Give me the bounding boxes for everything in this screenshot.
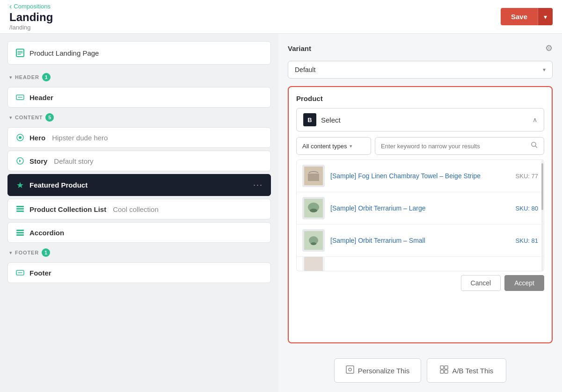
story-name: Story [29,157,47,165]
section-header-header: ▾ HEADER 1 [7,70,271,84]
bottom-actions: Personalize This A/B Test This [288,351,553,383]
section-arrow-header: ▾ [9,74,12,80]
product-sku: SKU: 80 [516,205,538,212]
content-type-filter[interactable]: All content types ▾ [296,137,371,155]
personalize-this-label: Personalize This [358,367,410,375]
cancel-button[interactable]: Cancel [461,275,501,291]
bigcommerce-logo: B [303,113,316,126]
svg-rect-24 [445,366,448,369]
action-row: Cancel Accept [296,275,544,291]
save-button[interactable]: Save [501,8,538,25]
section-arrow-content: ▾ [9,115,12,121]
tree-item-header[interactable]: Header [7,87,271,108]
svg-rect-10 [16,234,24,236]
product-list: [Sample] Fog Linen Chambray Towel – Beig… [296,160,544,271]
section-badge-footer: 1 [42,248,50,257]
tree-item-hero[interactable]: Hero Hipster dude hero [7,127,271,148]
product-name: [Sample] Orbit Terrarium – Large [330,204,510,212]
svg-rect-8 [16,230,24,231]
product-collection-sub: Cool collection [113,205,159,213]
scrollbar-thumb[interactable] [541,163,543,210]
list-item[interactable]: [Sample] Orbit Terrarium – Small SKU: 81 [297,225,544,257]
svg-rect-26 [445,370,448,373]
hero-sub: Hipster dude hero [52,134,108,142]
composition-label: Product Landing Page [29,49,99,57]
footer-icon [15,269,25,277]
personalize-this-button[interactable]: Personalize This [334,358,422,383]
svg-rect-21 [346,366,354,373]
main-layout: Product Landing Page ▾ HEADER 1 Header ▾… [0,34,562,392]
search-icon [531,141,538,151]
composition-icon [15,48,25,58]
svg-rect-7 [16,211,24,212]
svg-rect-5 [16,206,24,207]
product-list-wrapper: [Sample] Fog Linen Chambray Towel – Beig… [296,160,544,271]
ab-test-icon [440,365,448,376]
hero-icon [15,133,25,142]
tree-item-footer[interactable]: Footer [7,262,271,283]
tree-item-more-dots[interactable]: ··· [253,180,263,190]
product-thumbnail [302,229,325,252]
section-header-content: ▾ CONTENT 5 [7,110,271,124]
accordion-icon [15,228,25,237]
content-type-label: All content types [302,143,347,150]
section-arrow-footer: ▾ [9,250,12,256]
nav-left: Compositions Landing /landing [9,2,53,31]
tree-item-featured-product[interactable]: Featured Product ··· [7,174,271,196]
product-collection-icon [15,205,25,213]
list-item[interactable] [297,257,544,271]
accept-button[interactable]: Accept [504,275,544,291]
svg-rect-25 [440,370,444,373]
select-text: Select [321,116,341,124]
save-dropdown-button[interactable]: ▾ [538,8,553,25]
svg-point-16 [310,209,317,212]
breadcrumb[interactable]: Compositions [9,2,53,11]
section-label-footer: FOOTER [15,250,39,255]
section-label-header: HEADER [15,74,39,80]
product-thumbnail [302,165,325,187]
select-chevron-up-icon: ∧ [533,116,537,123]
product-select-dropdown[interactable]: B Select ∧ [296,108,544,131]
tree-item-accordion[interactable]: Accordion [7,222,271,243]
product-card: Product B Select ∧ All content types ▾ [288,86,553,343]
svg-point-3 [19,136,22,139]
accordion-name: Accordion [29,229,64,237]
filter-row: All content types ▾ [296,137,544,155]
composition-card[interactable]: Product Landing Page [7,41,271,65]
variant-label: Variant [288,44,311,52]
right-panel: Variant ⚙ Default ▾ Product B Select ∧ A… [278,34,562,392]
ab-test-this-label: A/B Test This [452,367,493,375]
list-item[interactable]: [Sample] Fog Linen Chambray Towel – Beig… [297,160,544,192]
product-thumbnail [302,197,325,219]
story-sub: Default story [54,157,93,165]
list-item[interactable]: [Sample] Orbit Terrarium – Large SKU: 80 [297,192,544,225]
variant-select[interactable]: Default ▾ [288,61,553,79]
product-thumbnail [302,257,325,271]
tree-item-story[interactable]: Story Default story [7,151,271,171]
svg-rect-9 [16,232,24,233]
page-title: Landing [9,11,53,24]
gear-icon[interactable]: ⚙ [545,43,553,53]
content-type-chevron-icon: ▾ [350,143,352,149]
keyword-search-input[interactable] [381,143,527,150]
product-info: [Sample] Orbit Terrarium – Small [330,236,510,245]
product-collection-name: Product Collection List [29,205,106,213]
section-badge-header: 1 [42,73,51,81]
keyword-search-wrap [375,137,544,155]
featured-product-name: Featured Product [29,181,88,189]
footer-name: Footer [29,269,51,277]
page-url: /landing [9,24,53,31]
select-dropdown-left: B Select [303,113,341,126]
ab-test-this-button[interactable]: A/B Test This [427,358,506,383]
product-card-title: Product [296,94,544,102]
hero-name: Hero [29,134,45,142]
product-sku: SKU: 81 [516,237,538,244]
section-badge-content: 5 [45,113,54,122]
section-header-footer: ▾ FOOTER 1 [7,246,271,260]
featured-product-icon [15,181,25,189]
product-sku: SKU: 77 [516,173,538,180]
product-name: [Sample] Orbit Terrarium – Small [330,236,510,245]
scrollbar-track [541,160,543,271]
svg-rect-6 [16,208,24,210]
tree-item-product-collection[interactable]: Product Collection List Cool collection [7,199,271,219]
